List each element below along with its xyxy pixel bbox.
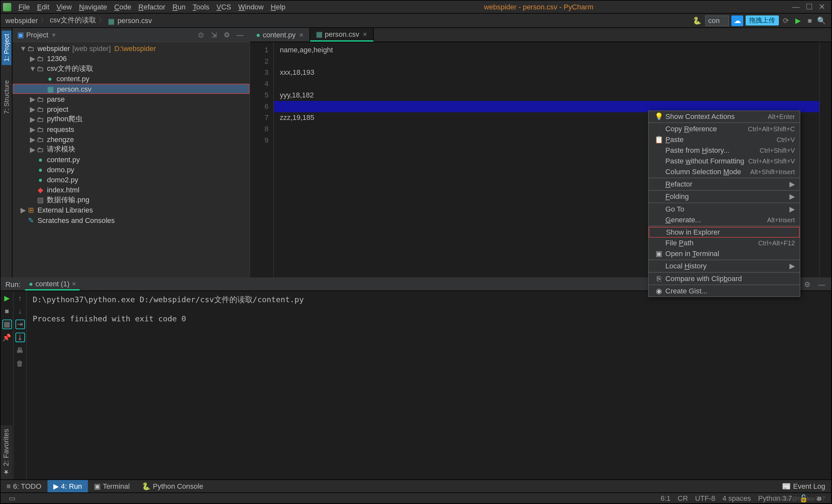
editor[interactable]: 123456789 name,age,heightxxx,18,193yyy,1… [250,42,831,277]
ctx-go-to[interactable]: Go To▶ [649,204,800,214]
close-icon[interactable]: ✕ [819,2,825,11]
context-menu[interactable]: 💡Show Context ActionsAlt+EnterCopy Refer… [648,110,800,297]
print-icon[interactable]: 🖶 [15,346,25,355]
ctx-open-in-terminal[interactable]: ▣Open in Terminal [649,248,800,259]
indent-setting[interactable]: 4 spaces [719,494,755,502]
menu-help[interactable]: Help [267,2,289,12]
ctx-copy-reference[interactable]: Copy ReferenceCtrl+Alt+Shift+C [649,124,800,134]
breadcrumb-item[interactable]: person.csv [117,16,152,25]
cloud-sync-icon[interactable]: ☁ [731,15,743,26]
menu-navigate[interactable]: Navigate [75,2,111,12]
locate-icon[interactable]: ⊙ [196,30,205,39]
tree-item-domo.py[interactable]: ●domo.py [12,164,249,175]
tree-item-domo2.py[interactable]: ●domo2.py [12,175,249,185]
python-icon: 🐍 [693,16,701,25]
project-tree[interactable]: ▼🗀webspider[web spider]D:\webspider▶🗀123… [12,42,249,277]
settings-gear-icon[interactable]: ⚙ [222,30,232,39]
structure-tool-tab[interactable]: 7: Structure [2,77,11,118]
menu-tools[interactable]: Tools [189,2,213,12]
tree-item-index.html[interactable]: ◆index.html [12,185,249,195]
run-config-selector[interactable]: con [705,15,729,26]
tree-item-zhengze[interactable]: ▶🗀zhengze [12,134,249,144]
ctx-show-in-explorer[interactable]: Show in Explorer [649,227,800,238]
ctx-compare-with-clipboard[interactable]: ⎘Compare with Clipboard [649,273,800,284]
menu-window[interactable]: Window [235,2,267,12]
breadcrumb-item[interactable]: csv文件的读取 [50,16,96,26]
tree-item-python爬虫[interactable]: ▶🗀python爬虫 [12,114,249,124]
down-arrow-icon[interactable]: ↓ [15,307,25,316]
tree-item-External Libraries[interactable]: ▶⊞External Libraries [12,205,249,215]
run-tool-window: Run: ● content (1) × ⚙ — ▶ ■ ▦ 📌 ↑ ↓ ⇥ ⤓ [1,277,831,480]
close-icon[interactable]: × [363,30,367,38]
menu-refactor[interactable]: Refactor [135,2,169,12]
favorites-tool-tab[interactable]: ★ 2: Favorites [1,425,13,479]
caret-position[interactable]: 6:1 [657,494,674,502]
maximize-icon[interactable]: ☐ [806,2,813,11]
ctx-paste[interactable]: 📋PasteCtrl+V [649,134,800,145]
tree-item-webspider[interactable]: ▼🗀webspider[web spider]D:\webspider [12,43,249,53]
ctx-local-history[interactable]: Local History▶ [649,261,800,271]
settings-gear-icon[interactable]: ⚙ [803,280,812,289]
tree-item-requests[interactable]: ▶🗀requests [12,124,249,134]
run-icon[interactable]: ▶ [793,16,802,25]
menu-file[interactable]: File [15,2,33,12]
collapse-icon[interactable]: ⇲ [209,30,218,39]
event-log-button[interactable]: 📰Event Log [776,480,831,492]
scroll-end-icon[interactable]: ⤓ [15,333,25,342]
hide-icon[interactable]: — [817,280,827,289]
bottom-tab-terminal[interactable]: ▣Terminal [88,480,135,492]
breadcrumb-item[interactable]: webspider [5,16,38,25]
soft-wrap-icon[interactable]: ⇥ [15,319,25,329]
close-icon[interactable]: × [299,30,304,39]
ctx-file-path[interactable]: File PathCtrl+Alt+F12 [649,238,800,248]
ctx-paste-without-formatting[interactable]: Paste without FormattingCtrl+Alt+Shift+V [649,156,800,166]
ctx-generate-[interactable]: Generate...Alt+Insert [649,214,800,225]
rerun-icon[interactable]: ▶ [2,293,11,303]
run-output[interactable]: D:\python37\python.exe D:/webspider/csv文… [27,291,831,479]
editor-tab-person.csv[interactable]: ▦person.csv× [310,28,374,42]
trash-icon[interactable]: 🗑 [15,359,25,368]
bottom-tab-python-console[interactable]: 🐍Python Console [135,480,209,492]
pin-icon[interactable]: 📌 [2,333,11,342]
hide-icon[interactable]: — [235,30,245,39]
tree-item-content.py[interactable]: ●content.py [12,74,249,84]
menu-code[interactable]: Code [110,2,134,12]
run-config-tab[interactable]: ● content (1) × [25,278,80,290]
close-icon[interactable]: × [72,280,76,288]
build-icon[interactable]: ⟳ [781,16,791,25]
search-icon[interactable]: 🔍 [817,16,827,25]
status-icon[interactable]: ▭ [5,494,19,502]
ctx-refactor[interactable]: Refactor▶ [649,179,800,189]
tree-item-12306[interactable]: ▶🗀12306 [12,54,249,64]
ctx-paste-from-history-[interactable]: Paste from History...Ctrl+Shift+V [649,145,800,156]
editor-tab-content.py[interactable]: ●content.py× [250,28,310,42]
up-arrow-icon[interactable]: ↑ [15,293,25,303]
bottom-tab-6-todo[interactable]: ≡6: TODO [1,480,48,492]
tree-item-content.py[interactable]: ●content.py [12,154,249,164]
ctx-column-selection-mode[interactable]: Column Selection ModeAlt+Shift+Insert [649,166,800,177]
menu-run[interactable]: Run [169,2,189,12]
bottom-tab-4-run[interactable]: ▶4: Run [47,480,88,492]
drag-upload-button[interactable]: 拖拽上传 [746,16,779,26]
tree-item-project[interactable]: ▶🗀project [12,104,249,114]
breadcrumb[interactable]: webspider〉 csv文件的读取〉 ▦ person.csv [5,16,152,26]
tree-item-person.csv[interactable]: ▦person.csv [12,84,249,94]
ctx-folding[interactable]: Folding▶ [649,191,800,202]
tree-item-Scratches and Consoles[interactable]: ✎Scratches and Consoles [12,215,249,225]
file-encoding[interactable]: UTF-8 [692,494,719,502]
stop-icon[interactable]: ■ [805,16,814,25]
menu-view[interactable]: View [53,2,75,12]
layout-icon[interactable]: ▦ [2,319,11,329]
tree-item-数据传输.png[interactable]: ▧数据传输.png [12,195,249,205]
tree-item-parse[interactable]: ▶🗀parse [12,94,249,104]
ctx-show-context-actions[interactable]: 💡Show Context ActionsAlt+Enter [649,111,800,122]
line-ending[interactable]: CR [674,494,692,502]
tree-item-请求模块[interactable]: ▶🗀请求模块 [12,144,249,154]
project-tool-tab[interactable]: 1: Project [2,30,11,65]
menu-vcs[interactable]: VCS [213,2,235,12]
minimize-icon[interactable]: — [792,2,800,11]
tree-item-csv文件的读取[interactable]: ▼🗀csv文件的读取 [12,64,249,74]
ctx-create-gist-[interactable]: ◉Create Gist... [649,286,800,296]
stop-icon[interactable]: ■ [2,307,11,316]
menu-edit[interactable]: Edit [33,2,53,12]
